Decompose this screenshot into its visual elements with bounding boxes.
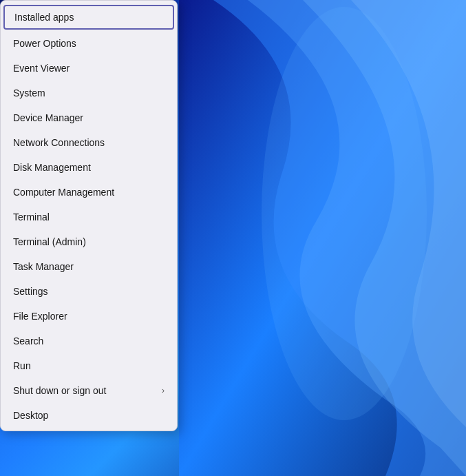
- menu-item-label-power-options: Power Options: [13, 38, 76, 49]
- menu-item-label-desktop: Desktop: [13, 410, 48, 421]
- menu-item-task-manager[interactable]: Task Manager: [1, 254, 177, 279]
- menu-item-label-device-manager: Device Manager: [13, 112, 83, 123]
- menu-item-label-event-viewer: Event Viewer: [13, 63, 70, 74]
- menu-item-terminal[interactable]: Terminal: [1, 205, 177, 229]
- menu-item-search[interactable]: Search: [1, 329, 177, 353]
- menu-item-power-options[interactable]: Power Options: [1, 31, 177, 56]
- menu-item-label-settings: Settings: [13, 286, 48, 297]
- chevron-right-icon: ›: [162, 386, 165, 395]
- menu-item-installed-apps[interactable]: Installed apps: [3, 5, 174, 30]
- menu-item-label-terminal: Terminal: [13, 211, 50, 223]
- menu-item-label-search: Search: [13, 335, 43, 346]
- menu-item-label-task-manager: Task Manager: [13, 261, 74, 272]
- menu-item-network-connections[interactable]: Network Connections: [1, 130, 177, 155]
- menu-item-label-computer-management: Computer Management: [13, 187, 114, 198]
- desktop-waves: [179, 0, 466, 476]
- menu-item-label-shut-down-or-sign-out: Shut down or sign out: [13, 385, 106, 396]
- menu-item-label-disk-management: Disk Management: [13, 162, 91, 173]
- menu-item-device-manager[interactable]: Device Manager: [1, 105, 177, 130]
- menu-item-label-system: System: [13, 87, 45, 99]
- context-menu: Installed appsPower OptionsEvent ViewerS…: [0, 0, 178, 431]
- menu-item-label-installed-apps: Installed apps: [14, 12, 74, 23]
- menu-item-label-file-explorer: File Explorer: [13, 311, 67, 322]
- svg-point-1: [262, 7, 427, 420]
- menu-item-settings[interactable]: Settings: [1, 279, 177, 304]
- menu-item-desktop[interactable]: Desktop: [1, 403, 177, 428]
- menu-item-label-terminal-admin: Terminal (Admin): [13, 236, 86, 247]
- menu-item-event-viewer[interactable]: Event Viewer: [1, 56, 177, 81]
- menu-item-system[interactable]: System: [1, 81, 177, 105]
- menu-item-shut-down-or-sign-out[interactable]: Shut down or sign out›: [1, 378, 177, 403]
- menu-item-disk-management[interactable]: Disk Management: [1, 155, 177, 180]
- menu-item-computer-management[interactable]: Computer Management: [1, 180, 177, 205]
- menu-item-label-network-connections: Network Connections: [13, 137, 105, 148]
- menu-item-run[interactable]: Run: [1, 353, 177, 378]
- menu-item-label-run: Run: [13, 360, 31, 371]
- menu-item-file-explorer[interactable]: File Explorer: [1, 304, 177, 329]
- menu-item-terminal-admin[interactable]: Terminal (Admin): [1, 229, 177, 254]
